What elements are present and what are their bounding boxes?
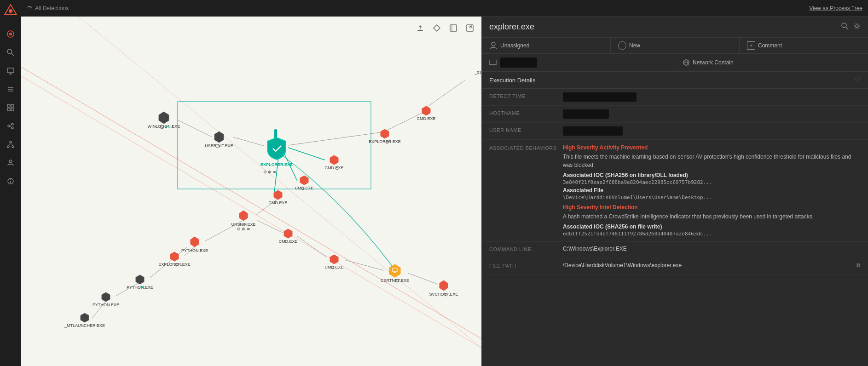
unassigned-label: Unassigned	[500, 42, 529, 49]
svg-point-110	[842, 23, 846, 28]
svg-point-1	[9, 9, 12, 13]
svg-rect-6	[7, 68, 14, 73]
right-panel: explorer.exe Un	[481, 17, 868, 366]
svg-line-54	[288, 132, 380, 145]
action-group-new: New	[611, 38, 740, 53]
svg-rect-13	[11, 104, 14, 107]
svg-point-113	[854, 23, 860, 29]
detail-row-hostname: HOSTNAME	[482, 106, 868, 123]
svg-marker-104	[381, 129, 389, 138]
action-group-hostname	[482, 54, 675, 71]
settings-header-icon[interactable]	[853, 23, 861, 31]
svg-rect-34	[467, 25, 473, 31]
svg-rect-14	[7, 108, 10, 111]
svg-marker-107	[422, 106, 430, 115]
svg-marker-86	[102, 292, 110, 302]
svg-point-26	[9, 160, 12, 163]
file-path-label: FILE PATH	[489, 262, 563, 269]
app-logo[interactable]	[4, 4, 17, 17]
hostname-value	[563, 109, 861, 119]
external-icon[interactable]	[464, 22, 476, 35]
detail-row-behaviors: ASSOCIATED BEHAVIORS High Severity Activ…	[482, 140, 868, 242]
ioc2-label: Associated IOC (SHA256 on file write)	[563, 223, 861, 230]
upload-icon[interactable]	[414, 22, 426, 35]
svg-point-28	[10, 179, 11, 180]
svg-line-111	[846, 27, 848, 29]
panel-header-icons	[841, 23, 861, 31]
favorite-icon[interactable]: ♡	[855, 76, 861, 84]
svg-marker-75	[239, 211, 248, 221]
svg-marker-73	[274, 190, 282, 200]
ioc-value: 3e840f21f0eae2f688ba9e8204aec22985cc6975…	[563, 179, 861, 185]
comment-square-icon: +	[747, 41, 755, 50]
action-group-comment: + Comment	[740, 38, 868, 53]
sidebar-item-intelligence[interactable]	[4, 120, 17, 132]
svg-marker-78	[191, 237, 199, 247]
command-line-label: COMMAND LINE	[489, 246, 563, 252]
svg-text:CMD.EXE: CMD.EXE	[417, 116, 435, 121]
sidebar-item-graph[interactable]	[4, 138, 17, 151]
main-area: All Detections View as Process Tree	[21, 0, 868, 366]
svg-line-35	[21, 53, 481, 352]
intel-description: A hash matched a CrowdStrike Intelligenc…	[563, 212, 861, 221]
svg-marker-90	[284, 229, 292, 238]
svg-text:_MTLAUNCHER.EXE: _MTLAUNCHER.EXE	[64, 323, 105, 328]
svg-marker-58	[159, 112, 169, 124]
sidebar-item-detections[interactable]	[4, 28, 17, 40]
graph-area[interactable]: WINLOGON.EXE USERINIT.EXE	[21, 17, 481, 366]
diamond-icon[interactable]	[431, 22, 443, 35]
svg-marker-92	[330, 255, 338, 264]
panel-scroll-area[interactable]: DETECT TIME HOSTNAME USER	[482, 89, 868, 366]
sidebar-item-search[interactable]	[4, 46, 17, 59]
detail-row-detect-time: DETECT TIME	[482, 89, 868, 106]
back-navigation[interactable]: All Detections	[27, 5, 69, 11]
action-group-network-contain: Network Contain	[675, 54, 868, 71]
execution-details-label: Execution Details	[489, 77, 535, 84]
svg-line-53	[408, 273, 438, 284]
svg-text:PYTHON.EXE: PYTHON.EXE	[181, 248, 208, 253]
sidebar	[0, 0, 21, 366]
sidebar-item-dashboard[interactable]	[4, 101, 17, 114]
sidebar-item-users[interactable]	[4, 156, 17, 169]
back-label: All Detections	[35, 5, 69, 11]
detail-row-file-path: FILE PATH \Device\HarddiskVolume1\Window…	[482, 258, 868, 275]
svg-point-21	[10, 141, 12, 143]
comment-button[interactable]: + Comment	[747, 41, 782, 50]
comment-label: Comment	[758, 42, 782, 49]
svg-rect-12	[7, 104, 10, 107]
intel-label: High Severity Intel Detection	[563, 204, 861, 211]
file-label: Associated File	[563, 187, 861, 194]
svg-line-5	[12, 53, 14, 56]
svg-line-20	[10, 126, 12, 127]
sidebar-item-alerts[interactable]	[4, 175, 17, 188]
sidebar-item-hosts[interactable]	[4, 64, 17, 77]
action-group-unassigned: Unassigned	[482, 38, 611, 53]
svg-point-17	[12, 123, 13, 125]
svg-text:_01...: _01...	[474, 70, 481, 75]
svg-line-19	[10, 125, 12, 126]
search-header-icon[interactable]	[841, 23, 849, 31]
svg-line-50	[257, 220, 283, 233]
ioc2-value: edb1ff2521fb4bf748111f92786d260d40407a2e…	[563, 231, 861, 237]
svg-line-52	[346, 260, 384, 270]
svg-rect-30	[417, 30, 423, 31]
top-bar-right: View as Process Tree	[809, 5, 862, 11]
network-contain-button[interactable]: Network Contain	[683, 59, 734, 66]
svg-point-23	[12, 146, 14, 148]
file-value: \Device\HarddiskVolume1\Users\UserName\D…	[563, 194, 861, 200]
svg-text:CMD.EXE: CMD.EXE	[278, 239, 297, 244]
svg-point-3	[9, 33, 12, 35]
svg-point-16	[8, 125, 10, 127]
sidebar-item-settings[interactable]	[4, 83, 17, 96]
copy-icon[interactable]: ⧉	[856, 262, 861, 269]
detect-time-label: DETECT TIME	[489, 92, 563, 99]
svg-marker-88	[81, 313, 89, 322]
unassigned-button[interactable]: Unassigned	[489, 41, 529, 50]
panel-title: explorer.exe	[489, 22, 534, 32]
new-button[interactable]: New	[618, 41, 640, 50]
svg-marker-62	[214, 132, 224, 143]
view-as-process-tree[interactable]: View as Process Tree	[809, 5, 862, 11]
expand-icon[interactable]	[447, 22, 459, 35]
hostname-redacted	[563, 109, 609, 119]
monitor-icon	[489, 60, 497, 65]
